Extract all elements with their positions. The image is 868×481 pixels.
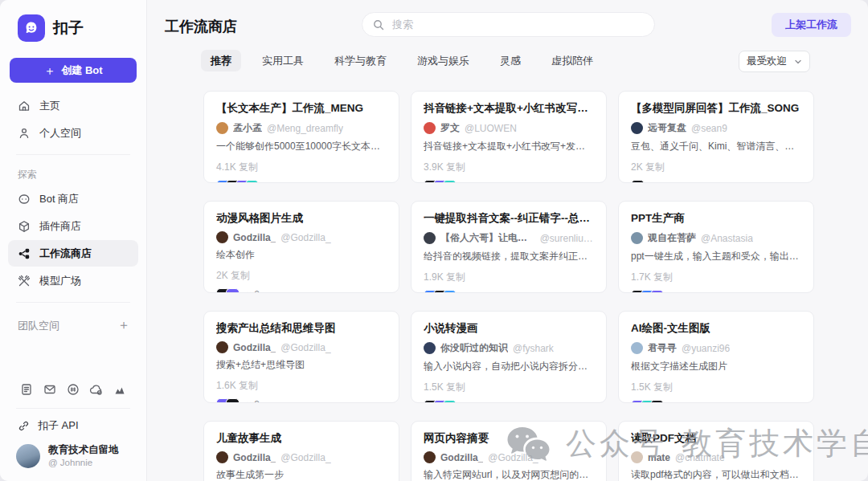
tab-推荐[interactable]: 推荐 — [201, 50, 241, 71]
tab-灵感[interactable]: 灵感 — [490, 50, 530, 71]
author-handle: @LUOWEN — [465, 123, 517, 134]
author-avatar — [631, 232, 643, 244]
sidebar-item-工作流商店[interactable]: 工作流商店 — [8, 240, 138, 267]
plugin-chip-count: × 6 — [651, 181, 665, 183]
author-name: Godzilla_ — [440, 452, 483, 463]
add-team-icon[interactable]: ＋ — [117, 317, 130, 334]
tab-科学与教育[interactable]: 科学与教育 — [325, 50, 396, 71]
stats-icon[interactable] — [113, 382, 127, 397]
plugin-chip-icon — [226, 398, 240, 404]
workflow-card-grid: 【长文本生产】工作流_MENG孟小孟@Meng_dreamfly一个能够创作50… — [203, 91, 814, 481]
search-bar[interactable] — [362, 12, 655, 37]
plugin-chip-count: × 18 — [265, 181, 285, 183]
api-link[interactable]: 扣子 API — [0, 409, 146, 433]
author-avatar — [424, 342, 436, 354]
tab-游戏与娱乐[interactable]: 游戏与娱乐 — [407, 50, 479, 71]
card-title: 搜索产出总结和思维导图 — [216, 321, 387, 336]
workflow-store-page: 扣子 ＋ 创建 Bot 主页个人空间 探索 Bot 商店插件商店工作流商店模型广… — [0, 0, 868, 481]
link-icon — [18, 420, 30, 432]
card-title: 儿童故事生成 — [216, 431, 387, 446]
workflow-icon — [18, 247, 31, 260]
author-handle: @Godzilla_ — [280, 232, 330, 243]
card-description: 一个能够创作5000至10000字长文本的工作... — [216, 140, 387, 153]
workflow-card[interactable]: AI绘图-文生图版君寻寻@yuanzi96根据文字描述生成图片1.5K 复制× … — [618, 311, 814, 403]
plugin-chip-icon — [245, 180, 259, 184]
search-icon — [373, 19, 384, 31]
card-title: 小说转漫画 — [424, 321, 594, 336]
sidebar-item-插件商店[interactable]: 插件商店 — [8, 213, 138, 239]
publish-workflow-button[interactable]: 上架工作流 — [772, 13, 851, 37]
card-title: PPT生产商 — [631, 211, 801, 226]
plugin-chip-row: × 6 — [631, 179, 801, 183]
plugin-chip-row: × 7 — [424, 179, 594, 183]
card-description: 输入小说内容，自动把小说内容拆分分镜，... — [424, 360, 594, 373]
person-icon — [18, 127, 31, 140]
author-handle: @Anastasia — [701, 233, 753, 244]
author-handle: @Godzilla_ — [280, 452, 330, 463]
app-logo[interactable]: 扣子 — [0, 0, 146, 42]
copy-count: 3.9K 复制 — [424, 161, 594, 174]
author-handle: @Godzilla_ — [488, 452, 538, 463]
copy-count: 1.7K 复制 — [631, 271, 801, 284]
copy-count: 1.6K 复制 — [216, 379, 387, 393]
doc-icon[interactable] — [19, 382, 34, 397]
model-square-icon — [18, 275, 31, 287]
bot-logo-icon — [18, 14, 45, 42]
plugin-chip-row: × 3 — [631, 399, 801, 403]
team-space-row[interactable]: 团队空间 ＋ — [0, 311, 146, 334]
workflow-card[interactable]: 动漫风格图片生成Godzilla_@Godzilla_绘本创作2K 复制× 2 — [203, 201, 399, 293]
explore-nav: Bot 商店插件商店工作流商店模型广场 — [0, 185, 146, 294]
card-title: 抖音链接+文本提取+小红书改写+发布... — [424, 101, 594, 116]
workflow-card[interactable]: PPT生产商观自在菩萨@Anastasiappt一键生成，输入主题和受众，输出思… — [618, 201, 814, 293]
workflow-card[interactable]: 小说转漫画你没听过的知识@fyshark输入小说内容，自动把小说内容拆分分镜，.… — [411, 311, 607, 403]
sidebar-item-主页[interactable]: 主页 — [8, 92, 138, 119]
explore-section-label: 探索 — [0, 163, 146, 185]
sort-dropdown[interactable]: 最受欢迎 — [739, 51, 810, 72]
team-space-label: 团队空间 — [18, 319, 59, 333]
copy-count: 1.5K 复制 — [631, 381, 801, 394]
card-description: 给抖音的视频链接，提取文案并纠正错别字... — [424, 250, 594, 263]
plugin-chip-row: × 5 — [631, 289, 801, 293]
card-author: 观自在菩萨@Anastasia — [631, 231, 801, 245]
author-handle: @chatmate — [675, 452, 725, 463]
tab-虚拟陪伴[interactable]: 虚拟陪伴 — [542, 50, 603, 71]
sidebar-item-个人空间[interactable]: 个人空间 — [8, 120, 138, 146]
user-name: 教育技术自留地 — [48, 444, 119, 457]
nav-item-label: 模型广场 — [39, 274, 81, 288]
workflow-card[interactable]: 搜索产出总结和思维导图Godzilla_@Godzilla_搜索+总结+思维导图… — [203, 311, 399, 403]
card-title: 【长文本生产】工作流_MENG — [216, 101, 387, 116]
workflow-card[interactable]: 儿童故事生成Godzilla_@Godzilla_故事生成第一步 — [203, 421, 399, 481]
user-profile[interactable]: 教育技术自留地 @ Johnnie — [0, 433, 146, 481]
workflow-card[interactable]: 读取PDF文档mate@chatmate读取pdf格式的内容，可以做出和文档对话… — [618, 421, 814, 481]
tab-实用工具[interactable]: 实用工具 — [252, 50, 313, 71]
sidebar-item-Bot 商店[interactable]: Bot 商店 — [8, 185, 138, 212]
workflow-card[interactable]: 网页内容摘要Godzilla_@Godzilla_输入特定网站url，以及对网页… — [411, 421, 607, 481]
search-input[interactable] — [391, 18, 644, 31]
plugin-chip-row: × 3 — [424, 399, 594, 403]
workflow-card[interactable]: 【多模型同屏回答】工作流_SONG远哥复盘@sean9豆包、通义千问、Kimi、… — [618, 91, 814, 183]
workflow-card[interactable]: 一键提取抖音文案--纠正错字--总结核...【俗人六哥】让电商...@suren… — [411, 201, 607, 293]
plugin-chip-count: × 2 — [246, 289, 260, 293]
plus-icon: ＋ — [43, 64, 55, 76]
author-avatar — [216, 122, 228, 134]
card-author: 孟小孟@Meng_dreamfly — [216, 121, 387, 135]
card-title: 一键提取抖音文案--纠正错字--总结核... — [424, 211, 594, 226]
workflow-card[interactable]: 【长文本生产】工作流_MENG孟小孟@Meng_dreamfly一个能够创作50… — [203, 91, 399, 183]
card-author: 罗文@LUOWEN — [424, 121, 594, 135]
workflow-card[interactable]: 抖音链接+文本提取+小红书改写+发布...罗文@LUOWEN抖音链接+文本提取+… — [411, 91, 607, 183]
author-handle: @Godzilla_ — [280, 342, 330, 353]
card-description: 豆包、通义千问、Kimi、智谱清言、百川等... — [631, 140, 801, 153]
mail-icon[interactable] — [43, 382, 57, 397]
create-bot-button[interactable]: ＋ 创建 Bot — [10, 58, 137, 83]
sidebar-item-模型广场[interactable]: 模型广场 — [8, 267, 138, 294]
cloud-icon[interactable] — [89, 382, 104, 397]
copy-count: 1.5K 复制 — [424, 381, 594, 394]
card-title: 网页内容摘要 — [424, 431, 594, 446]
nav-item-label: 工作流商店 — [39, 247, 92, 261]
author-name: 罗文 — [440, 121, 460, 135]
user-handle: @ Johnnie — [48, 457, 119, 468]
plugin-chip-row: × 18 — [216, 179, 387, 183]
copy-count: 2K 复制 — [631, 161, 801, 174]
chat-icon[interactable] — [66, 382, 80, 397]
home-icon — [18, 100, 31, 112]
